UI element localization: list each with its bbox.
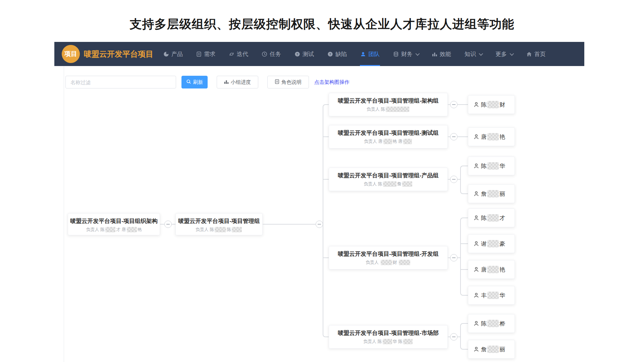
role-description-button[interactable]: 角色说明 [267,76,309,88]
svg-text:?: ? [297,52,299,56]
nav-item-home[interactable]: 首页 [526,42,546,66]
blurred-name [487,320,499,327]
org-node-owner: 负责人 陈才 唐艳 [68,227,160,233]
person-icon [474,267,479,272]
blurred-name [402,181,412,187]
org-node-product-group[interactable]: 唛盟云开发平台项目-项目管理组-产品组 负责人 陈詹 [329,168,448,191]
chevron-down-icon [510,51,514,56]
blurred-name [487,133,499,140]
member-card[interactable]: 陈桦 [468,314,515,333]
defect-icon: ? [327,51,333,57]
search-icon [186,79,191,85]
org-node-manager-group[interactable]: 唛盟云开发平台项目-项目管理组 负责人 陈陈 [175,213,263,235]
blurred-name [232,227,242,232]
org-node-owner: 负责人 陈陈 [176,227,262,233]
member-card[interactable]: 陈才 [468,208,515,227]
requirement-icon [196,51,202,57]
org-node-root[interactable]: 唛盟云开发平台项目-项目组织架构 负责人 陈才 唐艳 [68,213,160,235]
nav-item-performance[interactable]: 效能 [432,42,451,66]
member-card[interactable]: 谢豪 [468,234,515,253]
nav-item-requirement[interactable]: 需求 [196,42,215,66]
nav-item-test[interactable]: ? 测试 [294,42,314,66]
person-icon [474,191,479,196]
member-card[interactable]: 唐艳 [468,127,515,146]
nav-item-iteration[interactable]: 迭代 [229,42,248,66]
nav-item-product[interactable]: 产品 [163,42,183,66]
org-node-test-group[interactable]: 唛盟云开发平台项目-项目管理组-测试组 负责人 唐艳 唐 [329,125,448,148]
task-icon [262,51,267,57]
collapse-toggle[interactable] [164,221,172,228]
member-name: 陈财 [481,101,505,109]
member-name: 谢豪 [481,240,505,248]
member-card[interactable]: 詹丽 [468,184,515,203]
connector-line [448,104,450,105]
project-name: 唛盟云开发平台项目 [84,49,153,59]
person-icon [474,163,479,169]
blurred-name [399,260,410,265]
member-card[interactable]: 詹丽 [468,340,515,359]
nav-item-team[interactable]: 团队 [360,42,380,66]
nav-item-task[interactable]: 任务 [262,42,281,66]
connector-elbow [323,224,329,337]
bar-chart-icon [224,79,229,85]
blurred-name [383,181,396,187]
connector-elbow [323,104,329,224]
person-icon [474,293,479,298]
connector-line [458,337,460,337]
blurred-name [403,139,412,144]
blurred-name [383,339,392,344]
connector-line [458,257,460,258]
connector-elbow [460,166,468,179]
org-node-market-group[interactable]: 唛盟云开发平台项目-项目管理组-市场部 负责人 陈华 陈 [329,325,448,349]
member-card[interactable]: 陈华 [468,157,515,175]
nav-label: 团队 [368,50,380,58]
collapse-toggle[interactable] [450,133,458,140]
active-tab-underline [360,65,380,66]
blurred-name [487,292,499,299]
test-icon: ? [294,51,300,57]
collapse-toggle[interactable] [450,176,458,183]
nav-label: 迭代 [237,50,248,58]
member-card[interactable]: 唐艳 [468,260,515,279]
project-logo: 项目 [62,45,80,63]
person-icon [474,241,479,246]
nav-item-finance[interactable]: 财务 [393,42,419,66]
nav-label: 产品 [171,50,183,58]
nav-label: 效能 [440,50,451,58]
group-progress-button[interactable]: 小组进度 [217,76,258,88]
collapse-toggle[interactable] [450,333,458,341]
collapse-toggle[interactable] [450,254,458,261]
org-node-title: 唛盟云开发平台项目-项目管理组-产品组 [329,172,447,179]
org-node-architecture-group[interactable]: 唛盟云开发平台项目-项目管理组-架构组 负责人 陈 [329,93,448,116]
person-icon [474,134,479,139]
nav-item-defect[interactable]: ? 缺陷 [327,42,347,66]
refresh-button[interactable]: 刷新 [181,76,208,88]
iteration-icon [229,51,234,57]
org-node-dev-group[interactable]: 唛盟云开发平台项目-项目管理组-开发组 负责人 财 [329,246,448,269]
collapse-toggle[interactable] [450,101,458,108]
connector-elbow [460,258,468,296]
chart-operation-link[interactable]: 点击架构图操作 [314,79,350,85]
finance-icon [393,51,399,57]
nav-label: 测试 [303,50,314,58]
member-card[interactable]: 陈财 [468,95,515,114]
collapse-toggle[interactable] [316,221,323,228]
member-card[interactable]: 丰华 [468,286,515,305]
name-filter-input[interactable] [65,76,176,88]
org-node-title: 唛盟云开发平台项目-项目管理组-测试组 [329,129,447,137]
nav-item-more[interactable]: 更多 [495,42,513,66]
nav-label: 首页 [534,50,546,58]
connector-line [460,269,468,270]
member-name: 唐艳 [481,266,505,274]
org-node-title: 唛盟云开发平台项目-项目管理组-市场部 [329,329,447,337]
nav-item-knowledge[interactable]: 知识 [465,42,482,66]
connector-line [448,257,450,258]
connector-elbow [460,179,468,194]
home-icon [526,51,532,57]
connector-elbow [460,218,468,258]
product-icon [163,51,169,57]
group-progress-label: 小组进度 [231,79,251,85]
blurred-name [215,227,226,232]
blurred-name [487,101,499,108]
connector-line [172,224,175,225]
